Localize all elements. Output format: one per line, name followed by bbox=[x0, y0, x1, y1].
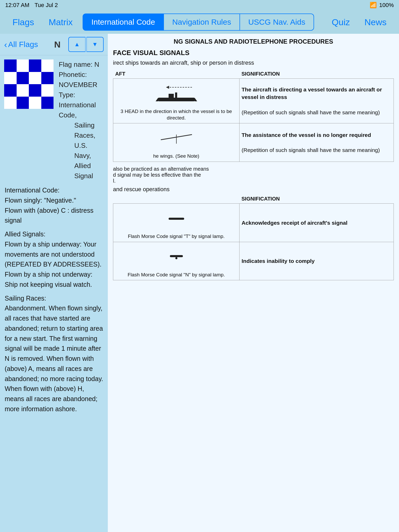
flag-cell bbox=[17, 72, 29, 84]
tab-international-code[interactable]: International Code bbox=[83, 14, 164, 31]
morse-n-sig: Indicates inability to comply bbox=[242, 258, 315, 264]
flag-cell bbox=[29, 97, 41, 109]
surface-heading: FACE VISUAL SIGNALS bbox=[113, 49, 394, 57]
back-label: All Flags bbox=[8, 40, 38, 49]
wifi-icon: 📶 bbox=[370, 2, 377, 9]
flag-cell bbox=[17, 84, 29, 97]
flag-cell bbox=[29, 59, 41, 72]
flag-letter-display: N bbox=[54, 39, 61, 50]
left-panel: ‹ All Flags N ▲ ▼ bbox=[0, 34, 108, 532]
table-row: Flash Morse Code signal "N" by signal la… bbox=[113, 242, 394, 280]
morse-n-visual bbox=[115, 244, 237, 270]
time-display: 12:07 AM bbox=[5, 2, 29, 9]
flag-cell bbox=[41, 84, 54, 97]
craft-caption-1: 3 HEAD in the direction in which the ves… bbox=[115, 108, 237, 121]
segment-control: International Code Navigation Rules USCG… bbox=[83, 14, 314, 31]
craft-cell-3: Flash Morse Code signal "T" by signal la… bbox=[113, 204, 240, 242]
next-flag-button[interactable]: ▼ bbox=[87, 37, 104, 52]
svg-marker-5 bbox=[156, 98, 158, 101]
intl-code-title: International Code: bbox=[5, 187, 59, 194]
right-panel: NG SIGNALS AND RADIOTELEPHONE PROCEDURES… bbox=[108, 34, 399, 532]
flag-details: International Code: Flown singly: "Negat… bbox=[0, 185, 108, 422]
ship-illustration-2 bbox=[115, 125, 237, 151]
tab-flags[interactable]: Flags bbox=[5, 14, 41, 31]
morse-t-caption: Flash Morse Code signal "T" by signal la… bbox=[115, 233, 237, 240]
date-display: Tue Jul 2 bbox=[35, 2, 58, 9]
flag-cell bbox=[29, 72, 41, 84]
flag-cell bbox=[17, 97, 29, 109]
flag-type-line4: Allied Signal bbox=[59, 161, 104, 181]
morse-n-caption: Flash Morse Code signal "N" by signal la… bbox=[115, 272, 237, 278]
craft-cell-4: Flash Morse Code signal "N" by signal la… bbox=[113, 242, 240, 280]
sig-main-2: The assistance of the vessel is no longe… bbox=[242, 132, 371, 138]
also-text: also be practiced as an alternative mean… bbox=[113, 166, 394, 184]
prev-flag-button[interactable]: ▲ bbox=[68, 37, 85, 52]
back-button[interactable]: ‹ All Flags bbox=[4, 39, 38, 50]
allied-title: Allied Signals: bbox=[5, 230, 45, 238]
flag-cell bbox=[41, 97, 54, 109]
svg-marker-6 bbox=[195, 98, 197, 101]
col2-header-signification: SIGNIFICATION bbox=[240, 194, 394, 204]
sig-cell-1: The aircraft is directing a vessel towar… bbox=[240, 79, 394, 123]
sig-cell-2: The assistance of the vessel is no longe… bbox=[240, 123, 394, 162]
flag-image bbox=[4, 59, 54, 109]
flag-name: Flag name: N bbox=[59, 59, 104, 70]
col-header-signification: SIGNIFICATION bbox=[240, 69, 394, 79]
flag-type-line2: Sailing Races, bbox=[59, 120, 104, 141]
flag-container: Flag name: N Phonetic: NOVEMBER Type: In… bbox=[0, 55, 108, 185]
flag-cell bbox=[29, 84, 41, 97]
arrow-buttons: ▲ ▼ bbox=[68, 37, 104, 52]
tab-quiz[interactable]: Quiz bbox=[324, 14, 357, 31]
flag-cell bbox=[4, 97, 17, 109]
craft-caption-2: he wings. (See Note) bbox=[115, 153, 237, 159]
svg-rect-4 bbox=[175, 92, 177, 98]
morse-t-dash bbox=[169, 218, 184, 220]
battery-display: 100% bbox=[379, 2, 394, 9]
intro-text: irect ships towards an aircraft, ship or… bbox=[113, 59, 394, 66]
flag-type-line1: Type: International Code, bbox=[59, 90, 104, 120]
col-header-craft: AFT bbox=[113, 69, 240, 79]
flag-cell bbox=[41, 72, 54, 84]
back-chevron-icon: ‹ bbox=[4, 39, 7, 50]
craft-cell-2: he wings. (See Note) bbox=[113, 123, 240, 162]
flag-info: Flag name: N Phonetic: NOVEMBER Type: In… bbox=[59, 59, 104, 181]
aircraft-wings-svg bbox=[156, 132, 197, 145]
flag-cell bbox=[4, 59, 17, 72]
morse-t-sig: Acknowledges receipt of aircraft's signa… bbox=[242, 220, 348, 226]
nav-row: ‹ All Flags N ▲ ▼ bbox=[0, 34, 108, 55]
flag-type-line3: U.S. Navy, bbox=[59, 141, 104, 161]
col2-header-craft bbox=[113, 194, 240, 204]
aircraft-direction-svg bbox=[158, 83, 195, 91]
status-bar: 12:07 AM Tue Jul 2 📶 100% bbox=[0, 0, 399, 10]
table-row: Flash Morse Code signal "T" by signal la… bbox=[113, 204, 394, 242]
rescue-section-label: and rescue operations bbox=[113, 186, 394, 193]
svg-rect-2 bbox=[158, 98, 195, 101]
status-right: 📶 100% bbox=[370, 2, 394, 9]
morse-n-dot bbox=[175, 257, 177, 259]
craft-cell-1: 3 HEAD in the direction in which the ves… bbox=[113, 79, 240, 123]
status-left: 12:07 AM Tue Jul 2 bbox=[5, 2, 58, 9]
flag-phonetic: Phonetic: NOVEMBER bbox=[59, 70, 104, 90]
svg-rect-3 bbox=[169, 94, 174, 98]
flag-cell bbox=[41, 59, 54, 72]
flag-cell bbox=[4, 84, 17, 97]
sig-note-2: (Repetition of such signals shall have t… bbox=[242, 147, 380, 153]
tab-news[interactable]: News bbox=[357, 14, 394, 31]
intl-code-text2: Flown with (above) C : distress signal bbox=[5, 207, 94, 224]
signal-table-1: AFT SIGNIFICATION bbox=[113, 69, 394, 162]
tab-uscg-nav-aids[interactable]: USCG Nav. Aids bbox=[240, 14, 314, 31]
signal-table-2: SIGNIFICATION Flash Morse Code signal "T… bbox=[113, 194, 394, 280]
right-heading: NG SIGNALS AND RADIOTELEPHONE PROCEDURES bbox=[113, 38, 394, 45]
sig-main-1: The aircraft is directing a vessel towar… bbox=[242, 87, 382, 100]
flag-cell bbox=[4, 72, 17, 84]
sailing-text: Abandonment. When flown singly, all race… bbox=[5, 304, 103, 413]
tab-navigation-rules[interactable]: Navigation Rules bbox=[164, 14, 240, 31]
tab-bar: Flags Matrix International Code Navigati… bbox=[0, 10, 399, 34]
intl-code-text1: Flown singly: "Negative." bbox=[5, 197, 76, 204]
table-row: 3 HEAD in the direction in which the ves… bbox=[113, 79, 394, 123]
ship-illustration-1 bbox=[115, 81, 237, 107]
sailing-title: Sailing Races: bbox=[5, 295, 46, 302]
sig-note-1: (Repetition of such signals shall have t… bbox=[242, 109, 380, 115]
morse-t-visual bbox=[115, 206, 237, 232]
tab-matrix[interactable]: Matrix bbox=[41, 14, 80, 31]
